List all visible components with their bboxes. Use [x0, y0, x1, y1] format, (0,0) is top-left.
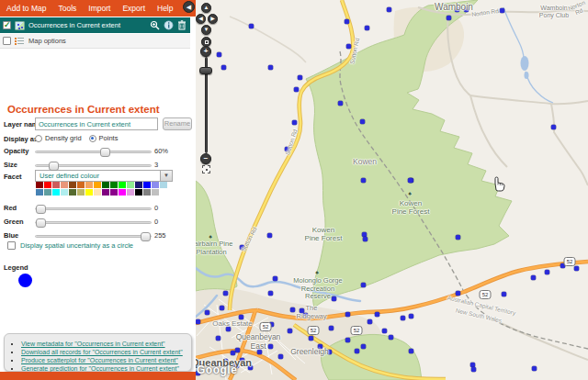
layer-link[interactable]: View metadata for "Occurrences in Curren… [21, 341, 165, 347]
slider-track-red[interactable] [35, 207, 152, 210]
occurrence-point[interactable] [355, 349, 359, 353]
colour-swatch[interactable] [143, 189, 151, 196]
occurrence-point[interactable] [220, 306, 224, 310]
radio-density-grid[interactable]: Density grid [35, 134, 82, 142]
occurrence-point[interactable] [294, 87, 299, 92]
menu-item-tools[interactable]: Tools [58, 4, 76, 13]
colour-swatch[interactable] [102, 189, 109, 196]
colour-swatch[interactable] [36, 189, 43, 196]
pan-down-button[interactable]: ▼ [201, 25, 211, 35]
occurrence-point[interactable] [551, 125, 556, 129]
colour-swatch[interactable] [110, 182, 118, 188]
occurrence-point[interactable] [389, 335, 393, 340]
colour-swatch[interactable] [52, 189, 60, 196]
occurrence-point[interactable] [409, 314, 413, 319]
occurrence-point[interactable] [278, 354, 283, 359]
layer-visibility-checkbox[interactable] [3, 21, 11, 29]
pan-right-button[interactable]: ▶ [208, 14, 218, 24]
occurrence-point[interactable] [268, 65, 273, 70]
occurrence-point[interactable] [365, 26, 369, 30]
menu-item-export[interactable]: Export [122, 4, 145, 13]
occurrence-point[interactable] [216, 336, 220, 341]
colour-swatch[interactable] [119, 182, 126, 188]
occurrence-point[interactable] [338, 101, 343, 106]
zoom-slider-handle[interactable] [199, 67, 212, 74]
colour-swatch[interactable] [77, 189, 85, 196]
collapse-sidebar-button[interactable]: ◀ [183, 1, 195, 13]
zoom-to-extent-icon[interactable] [150, 20, 160, 30]
zoom-in-button[interactable]: + [200, 46, 211, 57]
colour-swatch[interactable] [69, 189, 76, 196]
colour-swatch[interactable] [85, 189, 93, 196]
colour-swatch[interactable] [119, 189, 126, 196]
layer-list-row[interactable]: Occurrences in Current extent [0, 17, 190, 33]
colour-swatch[interactable] [135, 182, 142, 188]
occurrence-point[interactable] [408, 178, 413, 183]
colour-swatch[interactable] [44, 189, 51, 196]
layer-link[interactable]: Download all records for "Occurrences in… [21, 349, 183, 355]
occurrence-point[interactable] [387, 7, 391, 12]
zoom-out-button[interactable]: − [200, 153, 211, 164]
radio-button[interactable] [89, 135, 96, 142]
colour-swatch[interactable] [152, 182, 159, 188]
slider-track-opacity[interactable] [35, 151, 152, 153]
occurrence-point[interactable] [231, 351, 235, 355]
layer-info-icon[interactable] [164, 20, 174, 30]
occurrence-point[interactable] [401, 316, 405, 320]
map-canvas[interactable]: ♠♠♠ WamboinWamboin Pony ClubNorton RdNor… [196, 0, 588, 380]
colour-swatch[interactable] [135, 189, 142, 196]
occurrence-point[interactable] [574, 266, 579, 271]
occurrence-point[interactable] [196, 319, 200, 324]
chevron-down-icon[interactable]: ▼ [160, 171, 172, 181]
colour-swatch[interactable] [94, 189, 101, 196]
slider-handle-blue[interactable] [141, 232, 151, 241]
colour-swatch[interactable] [152, 189, 159, 196]
occurrence-point[interactable] [456, 235, 460, 240]
radio-points[interactable]: Points [89, 134, 119, 142]
occurrence-point[interactable] [273, 276, 277, 281]
occurrence-point[interactable] [292, 120, 297, 125]
map-options-checkbox[interactable] [3, 37, 11, 45]
occurrence-point[interactable] [249, 24, 254, 28]
colour-swatch[interactable] [102, 182, 109, 188]
occurrence-point[interactable] [500, 8, 504, 13]
pan-left-button[interactable]: ◀ [196, 14, 206, 24]
layer-name-input[interactable] [35, 117, 158, 130]
occurrence-point[interactable] [268, 291, 273, 296]
menu-item-import[interactable]: Import [88, 4, 110, 13]
rename-button[interactable]: Rename [163, 117, 192, 130]
occurrence-point[interactable] [205, 310, 209, 315]
colour-swatch[interactable] [36, 182, 43, 188]
occurrence-point[interactable] [361, 178, 366, 183]
occurrence-point[interactable] [345, 338, 350, 342]
occurrence-point[interactable] [382, 329, 387, 333]
slider-handle-green[interactable] [36, 218, 46, 228]
pan-up-button[interactable]: ▲ [201, 3, 211, 13]
occurrence-point[interactable] [409, 349, 413, 353]
occurrence-point[interactable] [532, 366, 537, 371]
colour-swatch[interactable] [61, 189, 68, 196]
occurrence-point[interactable] [360, 119, 365, 124]
drag-zoom-icon[interactable] [202, 165, 210, 173]
occurrence-point[interactable] [217, 52, 221, 57]
slider-handle-red[interactable] [36, 205, 46, 214]
slider-track-green[interactable] [35, 221, 152, 224]
colour-swatch[interactable] [52, 182, 60, 188]
occurrence-point[interactable] [345, 19, 349, 24]
delete-layer-icon[interactable] [177, 20, 187, 30]
occurrence-point[interactable] [298, 75, 302, 80]
menu-item-add-to-map[interactable]: Add to Map [6, 4, 46, 13]
occurrence-point[interactable] [368, 319, 372, 324]
occurrence-point[interactable] [290, 307, 295, 312]
occurrence-point[interactable] [221, 65, 226, 70]
colour-swatch[interactable] [110, 189, 118, 196]
occurrence-point[interactable] [288, 329, 292, 333]
colour-swatch[interactable] [61, 182, 68, 188]
occurrence-point[interactable] [309, 336, 313, 341]
occurrence-point[interactable] [531, 275, 536, 280]
uncertainty-checkbox[interactable] [7, 241, 16, 250]
map-options-row[interactable]: Map options [0, 34, 190, 49]
slider-handle-size[interactable] [49, 162, 59, 171]
occurrence-point[interactable] [363, 237, 368, 241]
occurrence-point[interactable] [329, 326, 334, 330]
